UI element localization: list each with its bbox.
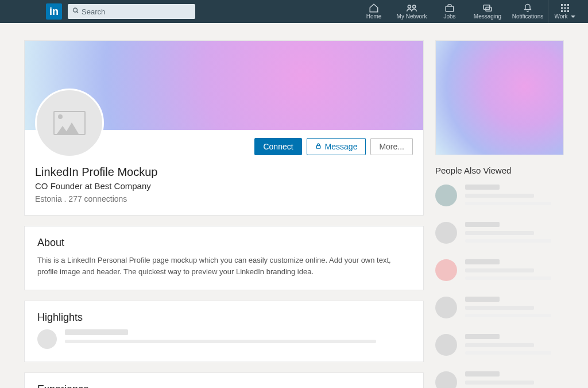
people-also-viewed-item[interactable]	[435, 185, 564, 209]
skeleton-bar	[465, 351, 551, 355]
avatar-placeholder	[435, 334, 457, 356]
avatar-placeholder	[435, 222, 457, 244]
svg-rect-14	[564, 10, 566, 12]
nav-home[interactable]: Home	[356, 0, 392, 23]
svg-point-2	[408, 5, 411, 8]
bell-icon	[523, 3, 532, 13]
skeleton-bar	[465, 306, 534, 310]
nav-work[interactable]: Work	[548, 0, 581, 23]
profile-actions: Connect Message More...	[254, 138, 413, 155]
svg-rect-9	[567, 4, 569, 6]
search-icon	[72, 7, 79, 16]
skeleton-bar	[465, 231, 534, 235]
profile-location: Estonia . 277 connections	[35, 194, 413, 203]
skeleton-bar	[465, 343, 534, 347]
skeleton-bar	[465, 314, 551, 317]
about-body: This is a LinkedIn Personal Profile page…	[37, 255, 411, 277]
people-also-viewed-item[interactable]	[435, 371, 564, 388]
nav-network[interactable]: My Network	[392, 0, 432, 23]
svg-rect-12	[567, 7, 569, 9]
network-icon	[406, 3, 417, 13]
search-input[interactable]	[68, 4, 195, 19]
svg-rect-15	[567, 10, 569, 12]
about-section: About This is a LinkedIn Personal Profil…	[24, 226, 424, 290]
skeleton-bar	[65, 329, 128, 335]
more-button[interactable]: More...	[370, 138, 413, 155]
skeleton-bar	[465, 334, 500, 339]
people-also-viewed-item[interactable]	[435, 297, 564, 321]
people-also-viewed-title: People Also Viewed	[435, 166, 564, 175]
skeleton-bar	[465, 202, 551, 205]
message-button[interactable]: Message	[307, 138, 366, 155]
sidebar: People Also Viewed	[435, 40, 564, 388]
highlight-item	[37, 329, 411, 349]
sidebar-cover	[435, 40, 564, 155]
svg-rect-13	[561, 10, 563, 12]
skeleton-bar	[465, 297, 500, 302]
profile-headline: CO Founder at Best Company	[35, 181, 413, 191]
linkedin-logo[interactable]: in	[46, 3, 62, 20]
avatar-placeholder	[435, 297, 457, 318]
nav-jobs[interactable]: Jobs	[432, 0, 467, 23]
nav-label: Work	[554, 14, 575, 20]
skeleton-bar	[465, 239, 551, 243]
skeleton-bar	[465, 371, 500, 377]
people-also-viewed-item[interactable]	[435, 334, 564, 359]
section-title: About	[37, 237, 411, 249]
highlight-avatar-placeholder	[37, 329, 57, 349]
experience-section: Experience	[24, 372, 424, 388]
section-title: Experience	[37, 383, 411, 388]
people-also-viewed-item[interactable]	[435, 222, 564, 247]
svg-rect-4	[446, 6, 454, 11]
svg-rect-7	[561, 4, 563, 6]
skeleton-bar	[465, 268, 534, 272]
svg-rect-16	[316, 145, 320, 148]
nav-items: Home My Network Jobs Messaging Notificat	[356, 0, 581, 23]
profile-card: Connect Message More... LinkedIn Profile…	[24, 40, 424, 216]
skeleton-bar	[465, 194, 534, 198]
avatar[interactable]	[35, 89, 104, 157]
svg-rect-8	[564, 4, 566, 6]
chevron-down-icon	[571, 16, 575, 18]
lock-icon	[315, 143, 322, 151]
nav-label: Jobs	[443, 14, 455, 20]
home-icon	[369, 3, 379, 13]
svg-line-1	[77, 11, 79, 13]
skeleton-bar	[465, 381, 534, 385]
svg-point-0	[74, 8, 78, 12]
svg-rect-10	[561, 7, 563, 9]
top-navbar: in Home My Network Jobs	[0, 0, 588, 23]
image-placeholder-icon	[53, 111, 86, 135]
nav-label: Home	[366, 14, 382, 20]
skeleton-bar	[65, 340, 376, 343]
section-title: Highlights	[37, 312, 411, 324]
nav-work-text: Work	[554, 14, 567, 20]
skeleton-bar	[465, 276, 551, 280]
avatar-placeholder	[435, 259, 457, 281]
nav-label: My Network	[397, 14, 427, 20]
nav-notifications[interactable]: Notifications	[508, 0, 548, 23]
nav-label: Notifications	[512, 14, 543, 20]
messaging-icon	[482, 3, 493, 13]
svg-point-3	[413, 5, 416, 8]
highlights-section: Highlights	[24, 301, 424, 362]
nav-messaging[interactable]: Messaging	[467, 0, 508, 23]
search-wrap	[68, 4, 195, 19]
jobs-icon	[444, 3, 455, 13]
svg-rect-11	[564, 7, 566, 9]
grid-icon	[561, 3, 569, 13]
avatar-placeholder	[435, 185, 457, 206]
skeleton-bar	[465, 185, 500, 190]
profile-name: LinkedIn Profile Mockup	[35, 166, 413, 179]
skeleton-bar	[465, 222, 500, 227]
avatar-placeholder	[435, 371, 457, 388]
main-column: Connect Message More... LinkedIn Profile…	[24, 40, 424, 388]
message-button-label: Message	[325, 142, 358, 151]
skeleton-bar	[465, 259, 500, 264]
nav-label: Messaging	[474, 14, 501, 20]
connect-button[interactable]: Connect	[254, 138, 301, 155]
people-also-viewed-item[interactable]	[435, 259, 564, 284]
